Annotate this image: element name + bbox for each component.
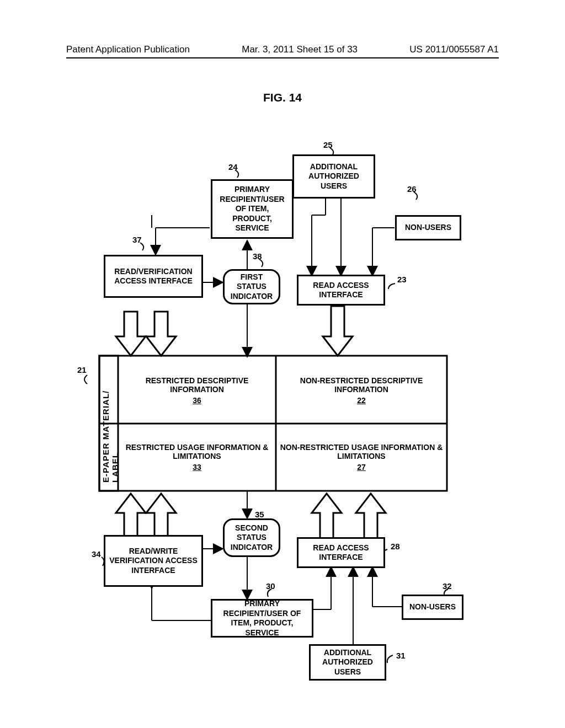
box-second-status-indicator: SECOND STATUS INDICATOR (223, 518, 280, 557)
header-rule (66, 57, 499, 58)
text: ADDITIONAL AUTHORIZED USERS (314, 648, 381, 677)
box-read-access-interface-bottom: READ ACCESS INTERFACE (297, 537, 385, 568)
figure-title: FIG. 14 (0, 91, 565, 104)
text: NON-USERS (409, 602, 456, 612)
text: PRIMARY RECIPIENT/USER OF ITEM, PRODUCT,… (216, 185, 289, 233)
ref-26: 26 (407, 184, 417, 194)
box-rw-verification-interface: READ/WRITE VERIFICATION ACCESS INTERFACE (104, 535, 203, 587)
text: SECOND STATUS INDICATOR (228, 523, 275, 553)
text: NON-USERS (405, 223, 451, 233)
text: ADDITIONAL AUTHORIZED USERS (297, 162, 370, 191)
text: NON-RESTRICTED USAGE INFORMATION & LIMIT… (279, 443, 444, 461)
ref-22: 22 (357, 396, 366, 405)
box-additional-authorized-users-top: ADDITIONAL AUTHORIZED USERS (292, 154, 375, 199)
box-first-status-indicator: FIRST STATUS INDICATOR (223, 269, 280, 304)
ref-34: 34 (92, 549, 101, 559)
header-right: US 2011/0055587 A1 (409, 44, 499, 55)
ref-24: 24 (228, 162, 238, 172)
ref-36: 36 (193, 396, 201, 405)
ref-35: 35 (255, 510, 264, 519)
ref-33: 33 (193, 463, 201, 472)
ref-28: 28 (391, 542, 400, 551)
header-left: Patent Application Publication (66, 44, 190, 55)
ref-37: 37 (132, 235, 142, 244)
text: RESTRICTED DESCRIPTIVE INFORMATION (121, 376, 273, 394)
box-read-verification-interface: READ/VERIFICATION ACCESS INTERFACE (104, 255, 203, 298)
text: PRIMARY RECIPIENT/USER OF ITEM, PRODUCT,… (216, 599, 308, 638)
ref-32: 32 (443, 581, 452, 591)
text: READ ACCESS INTERFACE (302, 543, 380, 563)
box-primary-recipient-top: PRIMARY RECIPIENT/USER OF ITEM, PRODUCT,… (211, 179, 294, 239)
page: Patent Application Publication Mar. 3, 2… (0, 0, 565, 728)
cell-restricted-usage: RESTRICTED USAGE INFORMATION & LIMITATIO… (121, 427, 273, 487)
box-non-users-bottom: NON-USERS (402, 595, 463, 620)
ref-31: 31 (396, 651, 406, 660)
cell-nonrestricted-descriptive: NON-RESTRICTED DESCRIPTIVE INFORMATION 2… (279, 361, 444, 419)
ref-21: 21 (77, 365, 87, 374)
box-primary-recipient-bottom: PRIMARY RECIPIENT/USER OF ITEM, PRODUCT,… (211, 599, 313, 638)
text: READ/VERIFICATION ACCESS INTERFACE (109, 267, 198, 286)
text: READ/WRITE VERIFICATION ACCESS INTERFACE (109, 547, 198, 576)
ref-25: 25 (323, 140, 333, 149)
box-non-users-top: NON-USERS (395, 215, 461, 240)
epaper-vertical-label: E-PAPER MATERIAL/ LABEL (101, 364, 120, 483)
text: READ ACCESS INTERFACE (302, 281, 380, 300)
diagram: ADDITIONAL AUTHORIZED USERS 25 PRIMARY R… (66, 127, 499, 678)
header-mid: Mar. 3, 2011 Sheet 15 of 33 (242, 44, 358, 55)
text: FIRST STATUS INDICATOR (228, 272, 275, 302)
text: RESTRICTED USAGE INFORMATION & LIMITATIO… (121, 443, 273, 461)
ref-38: 38 (253, 251, 262, 261)
cell-restricted-descriptive: RESTRICTED DESCRIPTIVE INFORMATION 36 (121, 361, 273, 419)
cell-nonrestricted-usage: NON-RESTRICTED USAGE INFORMATION & LIMIT… (279, 427, 444, 487)
box-additional-authorized-users-bottom: ADDITIONAL AUTHORIZED USERS (309, 644, 386, 681)
box-read-access-interface-top: READ ACCESS INTERFACE (297, 275, 385, 306)
ref-27: 27 (357, 463, 366, 472)
page-header: Patent Application Publication Mar. 3, 2… (66, 44, 499, 55)
ref-23: 23 (397, 275, 407, 284)
text: NON-RESTRICTED DESCRIPTIVE INFORMATION (279, 376, 444, 394)
ref-30: 30 (266, 581, 275, 591)
